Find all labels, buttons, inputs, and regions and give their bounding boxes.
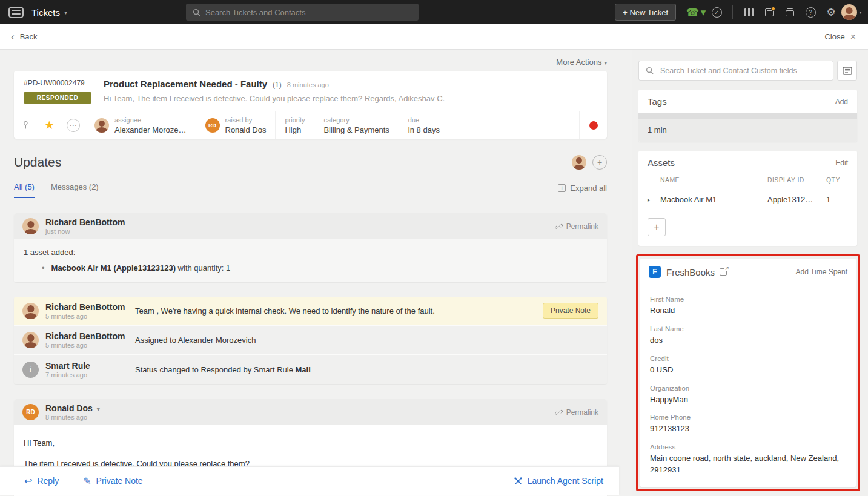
note-text: Team , We're having a quick internal che… <box>135 306 435 316</box>
expand-all-button[interactable]: + Expand all <box>558 184 607 198</box>
launch-agent-script-button[interactable]: Launch Agent Script <box>514 476 603 486</box>
author-avatar <box>22 332 39 348</box>
todo-check-icon[interactable]: ✓ <box>706 0 727 24</box>
module-chevron-down-icon[interactable]: ▾ <box>64 9 67 16</box>
apps-stack-icon[interactable] <box>780 0 800 24</box>
ticket-summary-head: #PD-UW00002479 RESPONDED Product Replace… <box>14 71 607 111</box>
ticket-id: #PD-UW00002479 <box>24 79 91 87</box>
ticket-toolbar: ‹ Back Close × <box>0 24 868 50</box>
tab-messages[interactable]: Messages (2) <box>51 182 99 198</box>
add-time-spent-button[interactable]: Add Time Spent <box>796 268 847 276</box>
app-switcher-icon[interactable] <box>8 7 24 18</box>
close-icon: × <box>850 32 856 42</box>
asset-added-intro: 1 asset added: <box>24 248 597 257</box>
author-chevron-down-icon[interactable]: ▾ <box>97 406 100 412</box>
global-search <box>186 4 419 21</box>
ticket-id-column: #PD-UW00002479 RESPONDED <box>24 79 91 104</box>
permalink-label: Permalink <box>566 408 598 417</box>
asset-added-bullet: •Macbook Air M1 (Apple13123123) with qua… <box>24 263 597 273</box>
back-button[interactable]: ‹ Back <box>0 24 48 49</box>
tags-title: Tags <box>648 96 667 107</box>
module-title[interactable]: Tickets <box>31 7 60 18</box>
watcher-avatar[interactable] <box>572 155 586 170</box>
field-value: in 8 days <box>408 125 440 134</box>
freshbooks-fields: First Name Ronald Last Name dos Credit 0… <box>640 285 856 487</box>
assets-card: Assets Edit NAME DISPLAY ID QTY ▸ Macboo… <box>638 151 857 246</box>
more-actions: More Actions▾ <box>14 58 607 67</box>
announcements-icon[interactable] <box>759 0 780 24</box>
update-time: 8 minutes ago <box>45 414 100 421</box>
notification-dot <box>771 7 775 11</box>
update-head: Richard BenBottom just now Permalink <box>14 213 607 239</box>
tab-all[interactable]: All (5) <box>14 182 35 198</box>
external-link-icon[interactable]: ↗ <box>720 268 727 276</box>
expand-row-chevron-icon[interactable]: ▸ <box>648 197 660 203</box>
assets-edit-button[interactable]: Edit <box>835 159 848 167</box>
update-time: 7 minutes ago <box>45 371 90 379</box>
phone-icon[interactable]: ☎▾ <box>686 0 706 24</box>
annotation-highlight-box: F FreshBooks ↗ Add Time Spent First Name… <box>636 254 860 491</box>
ticket-title[interactable]: Product Replacement Needed - Faulty <box>104 79 267 89</box>
custom-fields-search-input[interactable] <box>638 61 833 81</box>
ticket-more-options-icon[interactable]: ⋯ <box>61 111 85 139</box>
asset-qty: 1 <box>826 195 848 204</box>
field-value: Billing & Payments <box>323 125 389 134</box>
settings-gear-icon[interactable]: ⚙ <box>821 0 841 24</box>
update-item-assignment: Richard BenBottom 5 minutes ago Assigned… <box>14 326 607 355</box>
author-avatar: RD <box>22 404 39 420</box>
field-priority[interactable]: priority High <box>275 111 314 139</box>
field-value: Ronald Dos <box>225 125 267 134</box>
field-label: Home Phone <box>650 414 846 421</box>
help-icon[interactable]: ? <box>800 0 821 24</box>
close-button[interactable]: Close × <box>812 24 868 49</box>
star-icon[interactable]: ★ <box>38 111 61 139</box>
search-icon <box>193 8 200 16</box>
pin-icon[interactable] <box>14 111 38 139</box>
asset-name-bold: Macbook Air M1 (Apple13123123) <box>51 263 176 273</box>
tags-add-button[interactable]: Add <box>835 98 848 106</box>
launch-agent-script-label: Launch Agent Script <box>528 476 603 486</box>
new-ticket-button[interactable]: + New Ticket <box>615 4 676 21</box>
app: Tickets ▾ + New Ticket ☎▾ ✓ ? ⚙ ▾ ‹ Back… <box>0 0 868 496</box>
more-actions-button[interactable]: More Actions▾ <box>556 58 607 67</box>
field-label: Last Name <box>650 325 846 332</box>
field-value: Ronald <box>650 305 846 317</box>
permalink-icon <box>555 409 563 416</box>
field-category[interactable]: category Billing & Payments <box>314 111 398 139</box>
add-watcher-button[interactable]: + <box>592 155 607 170</box>
sidebar-search-row <box>632 50 868 81</box>
bullet-icon: • <box>42 263 45 273</box>
field-assignee[interactable]: assignee Alexander Moroze… <box>85 111 196 139</box>
permalink-link[interactable]: Permalink <box>555 408 598 417</box>
sidebar-panel-toggle-button[interactable] <box>837 61 857 81</box>
back-label: Back <box>20 32 38 41</box>
panel-layout-icon <box>843 67 852 75</box>
freshbooks-logo: F <box>649 266 661 278</box>
permalink-link[interactable]: Permalink <box>555 222 598 231</box>
update-item-status-change: i Smart Rule 7 minutes ago Status change… <box>14 355 607 384</box>
ticket-thread-count: (1) <box>273 81 282 89</box>
private-note-button[interactable]: ✎ Private Note <box>83 475 142 487</box>
asset-name: Macbook Air M1 <box>660 195 767 204</box>
assets-title: Assets <box>648 157 675 168</box>
add-asset-button[interactable]: + <box>648 218 666 236</box>
user-avatar <box>841 4 857 20</box>
asset-row[interactable]: ▸ Macbook Air M1 Apple1312… 1 <box>638 189 857 210</box>
freshbooks-field: Last Name dos <box>650 325 846 346</box>
column-name: NAME <box>648 176 767 184</box>
profile-menu[interactable]: ▾ <box>841 0 862 24</box>
reply-button[interactable]: ↩ Reply <box>24 475 59 487</box>
content: More Actions▾ #PD-UW00002479 RESPONDED P… <box>0 50 868 496</box>
expand-all-label: Expand all <box>570 184 607 193</box>
field-label: category <box>323 116 389 124</box>
field-raised-by[interactable]: RD raised by Ronald Dos <box>196 111 276 139</box>
field-due[interactable]: due in 8 days <box>399 111 449 139</box>
field-label: First Name <box>650 296 846 303</box>
boards-icon[interactable] <box>738 0 759 24</box>
reply-icon: ↩ <box>24 475 32 487</box>
global-search-input[interactable] <box>186 4 419 21</box>
author-name: Richard BenBottom <box>45 302 125 312</box>
reply-label: Reply <box>37 476 59 486</box>
freshbooks-field: First Name Ronald <box>650 296 846 317</box>
updates-tabs: All (5) Messages (2) + Expand all <box>14 182 607 198</box>
